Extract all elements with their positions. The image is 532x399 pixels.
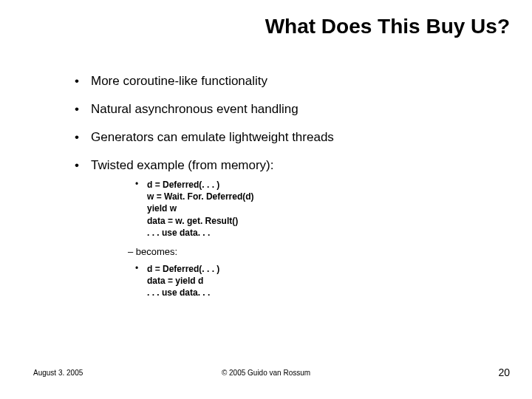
- bullet-item: Generators can emulate lightweight threa…: [70, 130, 502, 145]
- code-text: d = Deferred(. . . ) data = yield d . . …: [147, 264, 219, 298]
- code-block: d = Deferred(. . . ) data = yield d . . …: [135, 263, 502, 299]
- bullet-item: Twisted example (from memory): d = Defer…: [70, 158, 502, 299]
- code-text: d = Deferred(. . . ) w = Wait. For. Defe…: [147, 180, 254, 238]
- sub-list: d = Deferred(. . . ) data = yield d . . …: [135, 263, 502, 299]
- footer-copyright: © 2005 Guido van Rossum: [0, 369, 532, 377]
- code-block: d = Deferred(. . . ) w = Wait. For. Defe…: [135, 179, 502, 239]
- slide-title: What Does This Buy Us?: [265, 15, 510, 38]
- bullet-item: Natural asynchronous event handling: [70, 102, 502, 117]
- footer-page-number: 20: [498, 366, 510, 378]
- slide-body: More coroutine-like functionality Natura…: [70, 74, 502, 313]
- bullet-text: Twisted example (from memory):: [91, 158, 274, 172]
- bullet-list: More coroutine-like functionality Natura…: [70, 74, 502, 299]
- bullet-item: More coroutine-like functionality: [70, 74, 502, 89]
- becomes-label: becomes:: [128, 246, 502, 257]
- sub-list: d = Deferred(. . . ) w = Wait. For. Defe…: [135, 179, 502, 239]
